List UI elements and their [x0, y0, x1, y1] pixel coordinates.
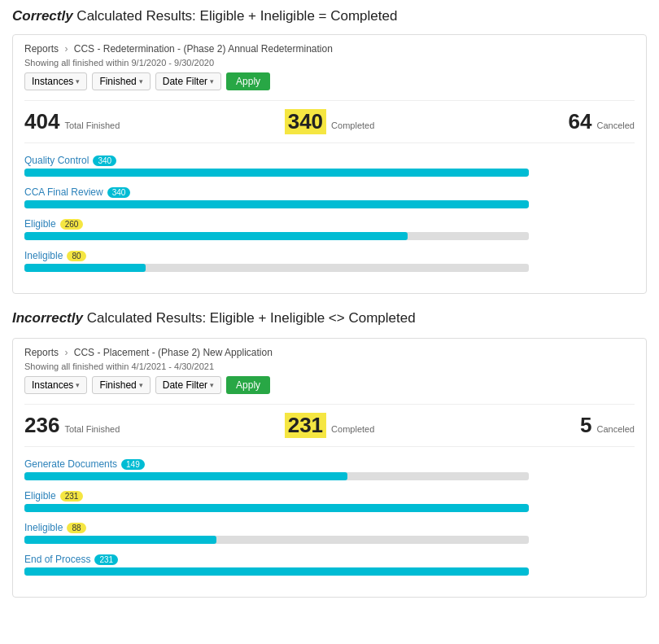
- chevron-down-icon: ▾: [139, 381, 143, 389]
- progress-label-row: Ineligible80: [24, 250, 529, 261]
- finished-filter[interactable]: Finished ▾: [92, 376, 150, 394]
- stat-canceled: 64 Canceled: [431, 109, 635, 134]
- completed-label: Completed: [331, 424, 374, 434]
- progress-bar-wrap: [24, 264, 529, 272]
- section2-stats: 236 Total Finished 231 Completed 5 Cance…: [24, 404, 635, 447]
- section1-title-prefix: Correctly: [12, 8, 73, 24]
- apply-button[interactable]: Apply: [226, 72, 270, 90]
- progress-item: Ineligible88: [24, 522, 529, 544]
- progress-badge: 260: [60, 219, 84, 230]
- instances-label: Instances: [32, 379, 73, 391]
- date-filter[interactable]: Date Filter ▾: [155, 72, 221, 90]
- total-label: Total Finished: [64, 120, 120, 130]
- section2-title-prefix: Incorrectly: [12, 310, 83, 326]
- stat-total: 404 Total Finished: [24, 109, 228, 134]
- progress-item: Eligible260: [24, 218, 529, 240]
- breadcrumb-sep: ›: [64, 43, 68, 55]
- progress-bar-fill: [24, 567, 529, 576]
- section1-title-rest: Calculated Results: Eligible + Ineligibl…: [73, 8, 398, 24]
- progress-badge: 231: [60, 491, 84, 502]
- progress-label-row: Eligible231: [24, 490, 529, 502]
- date-filter-label: Date Filter: [163, 379, 207, 391]
- progress-bar-wrap: [24, 169, 529, 177]
- progress-label-text: Eligible: [24, 218, 56, 230]
- canceled-label: Canceled: [597, 424, 635, 434]
- progress-bar-wrap: [24, 232, 529, 240]
- progress-item: Ineligible80: [24, 250, 529, 272]
- stat-completed: 340 Completed: [228, 109, 431, 134]
- progress-label-row: Generate Documents149: [24, 458, 529, 470]
- completed-label: Completed: [331, 120, 374, 130]
- section2-right-spacer: [537, 458, 635, 585]
- progress-bar-fill: [24, 232, 408, 240]
- progress-label-text: Ineligible: [24, 250, 63, 261]
- breadcrumb-root: Reports: [24, 43, 59, 55]
- chevron-down-icon: ▾: [210, 77, 214, 85]
- progress-label-row: End of Process231: [24, 554, 529, 565]
- stat-canceled: 5 Canceled: [431, 413, 635, 438]
- section2-title: Incorrectly Calculated Results: Eligible…: [12, 310, 647, 326]
- completed-number: 340: [285, 109, 326, 134]
- progress-badge: 149: [121, 459, 145, 470]
- finished-label: Finished: [99, 379, 136, 391]
- breadcrumb-sep: ›: [64, 347, 68, 358]
- progress-item: Generate Documents149: [24, 458, 529, 480]
- total-number: 236: [24, 413, 59, 438]
- section2-breadcrumb: Reports › CCS - Placement - (Phase 2) Ne…: [24, 347, 635, 358]
- total-label: Total Finished: [64, 424, 120, 434]
- date-filter-label: Date Filter: [163, 76, 207, 87]
- section2-progress-list: Generate Documents149Eligible231Ineligib…: [24, 458, 529, 585]
- progress-bar-fill: [24, 536, 216, 544]
- progress-bar-fill: [24, 472, 347, 480]
- date-filter[interactable]: Date Filter ▾: [155, 376, 221, 394]
- progress-label-text: End of Process: [24, 554, 90, 565]
- progress-bar-fill: [24, 200, 529, 208]
- canceled-number: 5: [580, 413, 591, 438]
- chevron-down-icon: ▾: [76, 77, 80, 85]
- progress-bar-wrap: [24, 504, 529, 512]
- breadcrumb-root: Reports: [24, 347, 59, 358]
- section2-card: Reports › CCS - Placement - (Phase 2) Ne…: [12, 338, 647, 598]
- section1-card: Reports › CCS - Redetermination - (Phase…: [12, 34, 647, 294]
- instances-filter[interactable]: Instances ▾: [24, 72, 87, 90]
- section1-title: Correctly Calculated Results: Eligible +…: [12, 8, 647, 24]
- progress-item: Quality Control340: [24, 155, 529, 177]
- section2-filters: Instances ▾ Finished ▾ Date Filter ▾ App…: [24, 376, 635, 394]
- section1-right-spacer: [537, 155, 635, 282]
- progress-item: End of Process231: [24, 554, 529, 576]
- canceled-number: 64: [569, 109, 592, 134]
- canceled-label: Canceled: [597, 120, 635, 130]
- progress-label-text: Eligible: [24, 490, 56, 502]
- total-number: 404: [24, 109, 59, 134]
- progress-bar-fill: [24, 264, 146, 272]
- section1-showing: Showing all finished within 9/1/2020 - 9…: [24, 58, 635, 68]
- progress-label-text: Ineligible: [24, 522, 63, 533]
- progress-label-row: CCA Final Review340: [24, 186, 529, 198]
- section2-showing: Showing all finished within 4/1/2021 - 4…: [24, 361, 635, 371]
- instances-filter[interactable]: Instances ▾: [24, 376, 87, 394]
- progress-bar-fill: [24, 504, 529, 512]
- progress-bar-wrap: [24, 200, 529, 208]
- progress-badge: 88: [67, 523, 85, 533]
- section2-title-rest: Calculated Results: Eligible + Ineligibl…: [83, 310, 416, 326]
- progress-label-row: Quality Control340: [24, 155, 529, 166]
- finished-filter[interactable]: Finished ▾: [92, 72, 150, 90]
- progress-label-row: Eligible260: [24, 218, 529, 230]
- progress-label-row: Ineligible88: [24, 522, 529, 533]
- progress-bar-wrap: [24, 536, 529, 544]
- progress-badge: 80: [67, 251, 85, 261]
- progress-label-text: Quality Control: [24, 155, 89, 166]
- finished-label: Finished: [99, 76, 136, 87]
- section1-filters: Instances ▾ Finished ▾ Date Filter ▾ App…: [24, 72, 635, 90]
- completed-number: 231: [285, 413, 326, 438]
- instances-label: Instances: [32, 76, 73, 87]
- progress-bar-fill: [24, 169, 529, 177]
- progress-badge: 340: [93, 156, 116, 166]
- progress-badge: 340: [107, 187, 131, 198]
- apply-button[interactable]: Apply: [226, 376, 270, 394]
- section1-stats: 404 Total Finished 340 Completed 64 Canc…: [24, 100, 635, 143]
- breadcrumb-page: CCS - Redetermination - (Phase 2) Annual…: [74, 43, 333, 55]
- progress-label-text: Generate Documents: [24, 458, 117, 470]
- progress-bar-wrap: [24, 567, 529, 576]
- section1-breadcrumb: Reports › CCS - Redetermination - (Phase…: [24, 43, 635, 55]
